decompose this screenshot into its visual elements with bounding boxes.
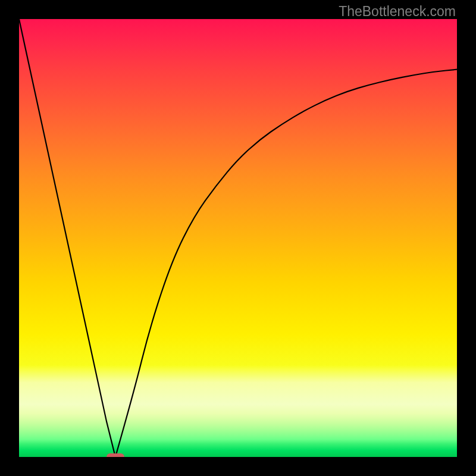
- chart-frame: TheBottleneck.com: [0, 0, 476, 476]
- curve-right-branch: [115, 70, 457, 457]
- curve-svg: [19, 19, 457, 457]
- minimum-marker: [107, 453, 124, 457]
- curve-left-branch: [19, 19, 115, 457]
- attribution-text: TheBottleneck.com: [339, 4, 456, 20]
- plot-area: [19, 19, 457, 457]
